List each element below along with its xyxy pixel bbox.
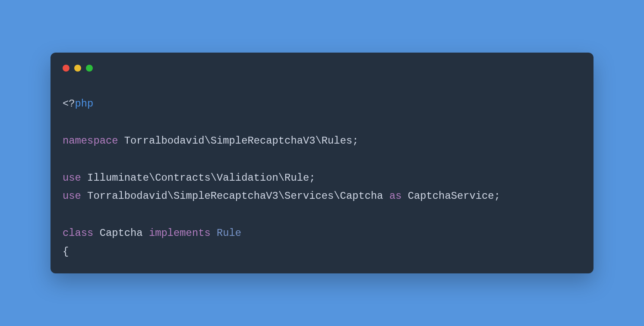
- window-titlebar: [63, 61, 581, 72]
- close-icon[interactable]: [63, 65, 69, 72]
- code-token: Torralbodavid\SimpleRecaptchaV3\Rules;: [118, 135, 359, 147]
- code-token: Rule: [217, 227, 241, 239]
- code-token: {: [63, 246, 69, 257]
- code-token: Illuminate\Contracts\Validation\Rule;: [81, 172, 316, 184]
- code-token: use: [63, 190, 81, 202]
- code-token: namespace: [63, 135, 118, 147]
- minimize-icon[interactable]: [74, 65, 81, 72]
- code-token: implements: [149, 227, 211, 239]
- code-token: class: [63, 227, 93, 239]
- code-token: as: [389, 190, 402, 202]
- code-token: <?: [63, 98, 75, 110]
- code-token: Torralbodavid\SimpleRecaptchaV3\Services…: [81, 190, 389, 202]
- code-window: <?php namespace Torralbodavid\SimpleReca…: [51, 53, 593, 273]
- code-block: <?php namespace Torralbodavid\SimpleReca…: [63, 95, 581, 261]
- code-token: php: [75, 98, 94, 110]
- code-token: Captcha: [93, 227, 149, 239]
- code-token: [211, 227, 217, 239]
- code-token: use: [63, 172, 81, 184]
- code-token: CaptchaService;: [401, 190, 500, 202]
- maximize-icon[interactable]: [86, 65, 93, 72]
